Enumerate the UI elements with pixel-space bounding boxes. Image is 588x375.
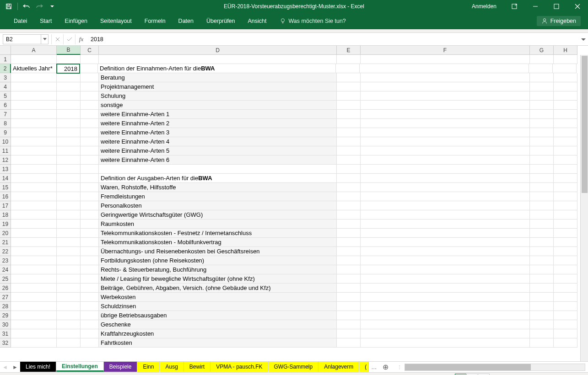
row-header-19[interactable]: 19 xyxy=(0,220,11,229)
cell-H27[interactable] xyxy=(554,293,577,302)
row-header-2[interactable]: 2 xyxy=(0,64,11,73)
cell-G1[interactable] xyxy=(530,55,554,64)
column-header-A[interactable]: A xyxy=(11,46,57,55)
ribbon-tab-start[interactable]: Start xyxy=(33,13,58,29)
cell-C8[interactable] xyxy=(81,119,99,128)
cell-D22[interactable]: Übernachtungs- und Reisenebenkosten bei … xyxy=(99,247,337,256)
cell-D11[interactable]: weitere Einnahme-Arten 5 xyxy=(99,146,337,155)
cell-H22[interactable] xyxy=(554,247,577,256)
cell-E9[interactable] xyxy=(337,128,361,137)
sheet-tab-einn[interactable]: Einn xyxy=(137,362,160,372)
row-header-22[interactable]: 22 xyxy=(0,247,11,256)
cell-C18[interactable] xyxy=(81,210,99,220)
cell-A24[interactable] xyxy=(11,265,57,274)
cell-H19[interactable] xyxy=(554,220,577,229)
cell-C22[interactable] xyxy=(81,247,99,256)
cell-F8[interactable] xyxy=(361,119,530,128)
cell-D24[interactable]: Rechts- & Steuerberatung, Buchführung xyxy=(99,265,337,274)
cell-A18[interactable] xyxy=(11,210,57,220)
cell-D27[interactable]: Werbekosten xyxy=(99,293,337,302)
qat-customize-button[interactable] xyxy=(46,1,58,12)
select-all-corner[interactable] xyxy=(0,46,11,55)
ribbon-tab-einfuegen[interactable]: Einfügen xyxy=(59,13,94,29)
cell-G29[interactable] xyxy=(530,311,554,320)
ribbon-tab-datei[interactable]: Datei xyxy=(7,13,33,29)
cell-D9[interactable]: weitere Einnahme-Arten 3 xyxy=(99,128,337,137)
column-header-G[interactable]: G xyxy=(530,46,554,55)
sheet-tab-liesmich[interactable]: Lies mich! xyxy=(20,362,56,372)
cell-F5[interactable] xyxy=(361,91,530,101)
cell-D23[interactable]: Fortbildungskosten (ohne Reisekosten) xyxy=(99,256,337,265)
cell-E18[interactable] xyxy=(337,210,361,220)
cell-E23[interactable] xyxy=(337,256,361,265)
cell-F17[interactable] xyxy=(361,201,530,210)
cell-F4[interactable] xyxy=(361,82,530,91)
cell-F16[interactable] xyxy=(361,192,530,201)
cell-C29[interactable] xyxy=(81,311,99,320)
cell-A9[interactable] xyxy=(11,128,57,137)
cell-B7[interactable] xyxy=(57,110,81,119)
row-header-27[interactable]: 27 xyxy=(0,293,11,302)
cell-F10[interactable] xyxy=(361,137,530,146)
cell-D17[interactable]: Personalkosten xyxy=(99,201,337,210)
cell-F19[interactable] xyxy=(361,220,530,229)
cell-A14[interactable] xyxy=(11,174,57,183)
cell-A20[interactable] xyxy=(11,229,57,238)
cell-H26[interactable] xyxy=(554,284,577,293)
cell-A19[interactable] xyxy=(11,220,57,229)
cell-H3[interactable] xyxy=(554,73,577,82)
cell-H20[interactable] xyxy=(554,229,577,238)
cell-C5[interactable] xyxy=(81,91,99,101)
cell-D13[interactable] xyxy=(99,165,337,174)
cell-F13[interactable] xyxy=(361,165,530,174)
cell-B6[interactable] xyxy=(57,101,81,110)
cell-B5[interactable] xyxy=(57,91,81,101)
cell-G3[interactable] xyxy=(530,73,554,82)
cell-H16[interactable] xyxy=(554,192,577,201)
cell-A26[interactable] xyxy=(11,284,57,293)
cell-A17[interactable] xyxy=(11,201,57,210)
cell-A31[interactable] xyxy=(11,329,57,338)
cell-F15[interactable] xyxy=(361,183,530,192)
sheet-tab-vpmapauschfk[interactable]: VPMA - pausch.FK xyxy=(210,362,268,372)
cell-A21[interactable] xyxy=(11,238,57,247)
cell-F14[interactable] xyxy=(361,174,530,183)
cell-H2[interactable] xyxy=(553,64,577,73)
cell-B22[interactable] xyxy=(57,247,81,256)
cell-D5[interactable]: Schulung xyxy=(99,91,337,101)
minimize-button[interactable] xyxy=(525,0,546,13)
cell-E25[interactable] xyxy=(337,274,361,284)
cell-B19[interactable] xyxy=(57,220,81,229)
sheet-nav-prev[interactable]: ◄ xyxy=(0,362,10,372)
cell-H28[interactable] xyxy=(554,302,577,311)
cell-E17[interactable] xyxy=(337,201,361,210)
ribbon-tab-ueberpruefen[interactable]: Überprüfen xyxy=(200,13,242,29)
view-normal-button[interactable] xyxy=(455,374,467,375)
cell-H25[interactable] xyxy=(554,274,577,284)
cell-F27[interactable] xyxy=(361,293,530,302)
cell-F11[interactable] xyxy=(361,146,530,155)
cell-D29[interactable]: übrige Betriebsausgaben xyxy=(99,311,337,320)
enter-formula-button[interactable] xyxy=(63,34,75,44)
tab-split-handle[interactable]: ⋮ xyxy=(397,364,402,370)
cell-D21[interactable]: Telekommunikationskosten - Mobilfunkvert… xyxy=(99,238,337,247)
cell-D6[interactable]: sonstige xyxy=(99,101,337,110)
column-header-F[interactable]: F xyxy=(361,46,530,55)
cell-A30[interactable] xyxy=(11,320,57,329)
cell-D31[interactable]: Kraftfahrzeugkosten xyxy=(99,329,337,338)
cell-E26[interactable] xyxy=(337,284,361,293)
cell-B23[interactable] xyxy=(57,256,81,265)
row-header-21[interactable]: 21 xyxy=(0,238,11,247)
cell-C2[interactable] xyxy=(80,64,98,73)
cell-A13[interactable] xyxy=(11,165,57,174)
cell-C30[interactable] xyxy=(81,320,99,329)
cell-D15[interactable]: Waren, Rohstoffe, Hilfsstoffe xyxy=(99,183,337,192)
cell-G6[interactable] xyxy=(530,101,554,110)
sheet-nav-next[interactable]: ► xyxy=(10,362,20,372)
cell-H11[interactable] xyxy=(554,146,577,155)
cell-B2[interactable]: 2018 xyxy=(56,64,80,74)
cell-D8[interactable]: weitere Einnahme-Arten 2 xyxy=(99,119,337,128)
cell-E12[interactable] xyxy=(337,155,361,165)
insert-function-button[interactable]: fx xyxy=(75,34,87,44)
cell-E29[interactable] xyxy=(337,311,361,320)
